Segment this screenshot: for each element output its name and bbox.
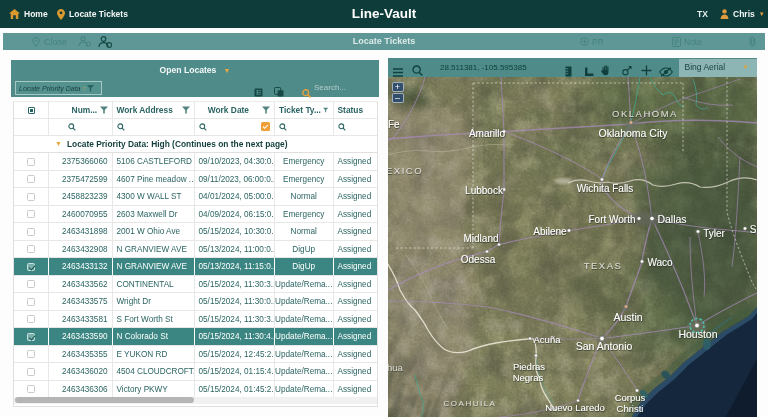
svg-text:Abilene: Abilene bbox=[533, 226, 567, 237]
svg-text:Lubbock: Lubbock bbox=[465, 185, 504, 196]
svg-text:San Antonio: San Antonio bbox=[576, 340, 633, 352]
svg-text:Fort Worth: Fort Worth bbox=[588, 214, 635, 225]
svg-text:Austin: Austin bbox=[613, 311, 642, 323]
svg-text:Christi: Christi bbox=[617, 403, 644, 414]
svg-text:Negras: Negras bbox=[513, 372, 544, 383]
svg-text:Waco: Waco bbox=[647, 257, 673, 268]
svg-text:hua: hua bbox=[388, 362, 404, 373]
svg-text:Corpus: Corpus bbox=[615, 392, 646, 403]
svg-text:Tyler: Tyler bbox=[703, 228, 725, 239]
svg-text:S: S bbox=[750, 224, 757, 235]
svg-text:TEXAS: TEXAS bbox=[584, 260, 623, 271]
svg-text:Dallas: Dallas bbox=[657, 213, 686, 225]
svg-text:Amarillo: Amarillo bbox=[469, 128, 506, 139]
svg-text:Fe: Fe bbox=[388, 119, 400, 130]
svg-text:COAHUILA: COAHUILA bbox=[444, 399, 497, 408]
svg-text:Piedras: Piedras bbox=[513, 361, 545, 372]
svg-text:Nuevo Laredo: Nuevo Laredo bbox=[545, 402, 605, 413]
svg-text:OKLAHOMA: OKLAHOMA bbox=[612, 108, 678, 119]
svg-text:Oklahoma City: Oklahoma City bbox=[599, 127, 669, 139]
svg-text:Midland: Midland bbox=[463, 233, 498, 244]
svg-text:Houston: Houston bbox=[678, 328, 717, 340]
svg-text:EXICO: EXICO bbox=[388, 165, 423, 176]
svg-text:Odessa: Odessa bbox=[461, 254, 496, 265]
svg-text:Wichita Falls: Wichita Falls bbox=[577, 183, 634, 194]
svg-text:Acuña: Acuña bbox=[534, 334, 562, 345]
